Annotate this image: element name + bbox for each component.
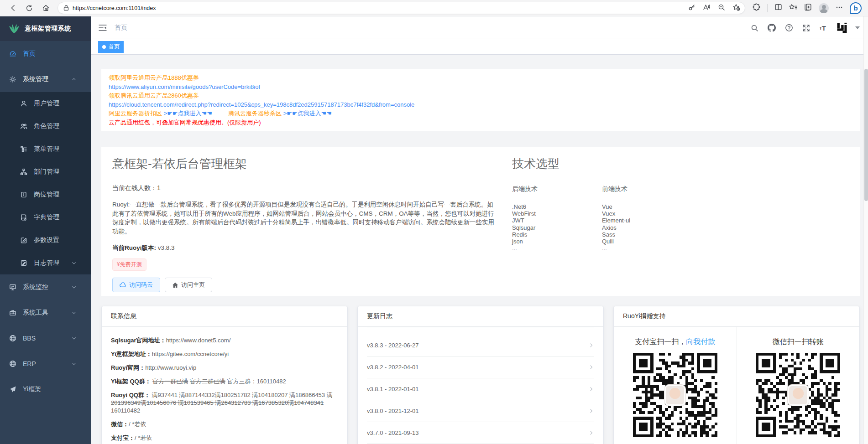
read-aloud-icon[interactable] [703,4,711,13]
tab-home[interactable]: 首页 [98,41,124,53]
add-favorite-icon[interactable] [732,4,740,13]
contact-label: 支付宝： [111,434,135,441]
browser-refresh-button[interactable] [23,2,36,15]
collections-icon[interactable] [804,3,812,13]
page-scrollbar[interactable] [863,16,868,444]
changelog-item[interactable]: v3.7.0 - 2021-09-13 [367,422,594,444]
wechat-donation-column: 微信扫一扫转账 [737,327,860,444]
sidebar-item-param-settings[interactable]: 参数设置 [0,229,91,252]
sidebar-item-home[interactable]: 首页 [0,41,91,67]
user-icon [20,100,27,107]
tech-item: Axios [602,224,692,231]
browser-back-button[interactable] [6,2,19,15]
chevron-down-icon [71,336,77,341]
top-navbar: 首页 тT [91,16,868,39]
notice-server-zones: 阿里云服务器折扣区 >☛☛点我进入☚☚ 腾讯云服务器秒杀区 >☛☛点我进入☚☚ [109,109,852,118]
changelog-item-label: v3.8.1 - 2022-01-01 [367,386,418,392]
search-icon[interactable] [751,24,758,32]
toolbar-divider [767,4,768,12]
tech-item: json [512,238,602,245]
bing-discover-icon[interactable]: b [850,2,862,14]
help-icon[interactable] [785,24,793,32]
users-icon [20,123,27,130]
sidebar-item-label: BBS [23,335,36,342]
sidebar-item-system-mgmt[interactable]: 系统管理 [0,67,91,92]
backend-tech-list: .Net6 WebFirst JWT Sqlsugar Redis json .… [512,203,602,252]
sidebar-item-dict-mgmt[interactable]: 字典管理 [0,206,91,229]
pay-me-link[interactable]: 向我付款 [686,338,715,346]
sidebar-item-user-mgmt[interactable]: 用户管理 [0,92,91,115]
changelog-item[interactable]: v3.8.2 - 2022-04-01 [367,356,594,378]
sidebar-item-system-tools[interactable]: 系统工具 [0,300,91,325]
split-screen-icon[interactable] [774,3,782,13]
sidebar-item-role-mgmt[interactable]: 角色管理 [0,115,91,138]
font-size-icon[interactable]: тT [819,24,826,32]
sidebar-item-log-mgmt[interactable]: 日志管理 [0,252,91,274]
backend-tech-title: 后端技术 [512,185,602,193]
contact-row-alipay: 支付宝：/ *若依 [111,434,338,442]
tech-item: ... [602,245,692,252]
sidebar-item-system-monitor[interactable]: 系统监控 [0,274,91,300]
org-chart-icon [20,168,27,176]
chevron-down-icon [71,361,77,367]
notice-tencent-link[interactable]: https://cloud.tencent.com/redirect.php?r… [109,100,852,109]
visit-homepage-button[interactable]: 访问主页 [165,278,212,292]
changelog-item[interactable]: v3.8.1 - 2022-01-01 [367,378,594,400]
contact-label: Yi意框架地址： [111,351,152,357]
app-logo: 意框架管理系统 [0,16,91,41]
browser-home-button[interactable] [39,2,52,15]
fullscreen-icon[interactable] [802,24,810,32]
changelog-item[interactable]: v3.8.0 - 2021-12-01 [367,400,594,422]
globe-icon [9,335,16,342]
saved-password-icon[interactable] [688,4,695,13]
favorites-icon[interactable] [789,4,797,13]
aliyun-zone-enter-link[interactable]: >☛☛点我进入☚☚ [164,110,212,117]
browser-profile-avatar[interactable] [819,3,829,13]
browser-menu-icon[interactable] [836,4,843,13]
visit-homepage-label: 访问主页 [181,281,205,289]
sidebar-toggle-icon[interactable] [98,24,107,32]
github-icon[interactable] [768,24,776,32]
chevron-up-icon [71,77,77,82]
sidebar-item-dept-mgmt[interactable]: 部门管理 [0,160,91,183]
url-text[interactable]: https://ccnetcore.com:1101/index [73,5,688,11]
contact-label: Ruoyi QQ群： [111,392,150,398]
qr-center-photo [788,385,809,406]
tech-item: ... [512,245,602,252]
sidebar-item-menu-mgmt[interactable]: 菜单管理 [0,138,91,160]
user-avatar-logo[interactable] [835,21,849,35]
log-icon [20,259,27,267]
cloud-icon [120,282,126,288]
tech-item: Sqlsugar [512,224,602,231]
tencent-zone-label: 腾讯云服务器秒杀区 [228,110,282,117]
zoom-out-icon[interactable] [718,4,725,13]
browser-actions: b [750,2,864,14]
extensions-icon[interactable] [753,3,760,13]
scrollbar-thumb[interactable] [864,69,868,201]
badge-icon [20,191,27,198]
notice-panel: 领取阿里云通用云产品1888优惠券 https://www.aliyun.com… [101,69,860,131]
lock-icon[interactable] [63,5,69,11]
tech-item: .Net6 [512,203,602,210]
system-mgmt-submenu: 用户管理 角色管理 菜单管理 部门管理 岗位管理 字典管理 [0,92,91,274]
visit-gitee-button[interactable]: 访问码云 [112,278,160,292]
avatar-dropdown-caret[interactable] [855,26,860,29]
changelog-item[interactable]: v3.8.3 - 2022-06-27 [367,335,594,356]
sidebar-item-post-mgmt[interactable]: 岗位管理 [0,183,91,206]
sidebar-item-bbs[interactable]: BBS [0,325,91,351]
free-opensource-badge: ¥免费开源 [112,258,146,271]
contact-label: Sqlsugar官网地址： [111,337,166,344]
sidebar-item-erp[interactable]: ERP [0,351,91,377]
sidebar-item-label: 参数设置 [34,236,59,244]
qr-center-photo [664,385,685,406]
tech-item: JWT [512,217,602,224]
tencent-zone-enter-link[interactable]: >☛☛点我进入☚☚ [283,110,332,117]
globe-icon [9,360,16,367]
notice-aliyun-link[interactable]: https://www.aliyun.com/minisite/goods?us… [109,83,852,92]
paper-plane-icon [9,386,16,393]
sidebar-item-yi-framework[interactable]: Yi框架 [0,377,91,402]
address-bar[interactable]: https://ccnetcore.com:1101/index [58,2,745,14]
breadcrumb[interactable]: 首页 [115,24,127,32]
frontend-tech-title: 前端技术 [602,185,692,193]
contact-label: Ruoyi官网： [111,364,145,371]
